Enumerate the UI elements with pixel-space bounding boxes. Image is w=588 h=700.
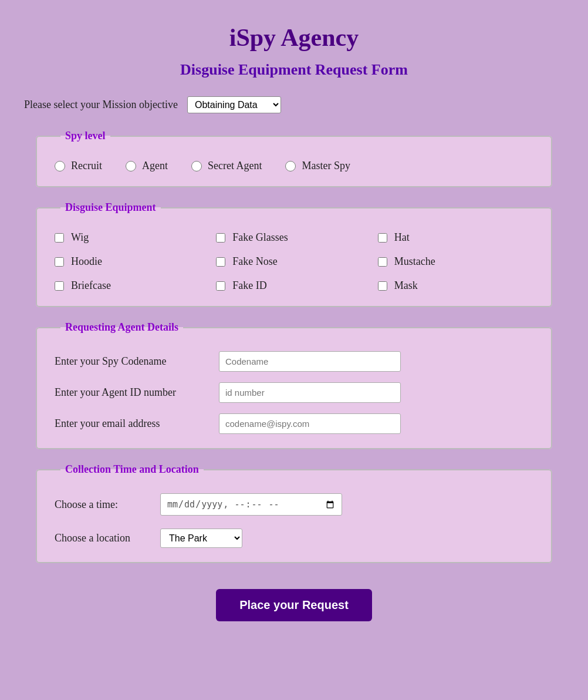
radio-master-spy-label: Master Spy: [302, 160, 350, 172]
agent-details-legend: Requesting Agent Details: [60, 321, 183, 334]
disguise-equipment-fieldset: Disguise Equipment Wig Fake Glasses Hat …: [36, 201, 552, 307]
checkbox-fake-id-input[interactable]: [216, 281, 225, 291]
mission-row: Please select your Mission objective Obt…: [24, 96, 281, 113]
checkbox-mask-label: Mask: [394, 280, 418, 292]
location-label: Choose a location: [55, 532, 148, 544]
email-row: Enter your email address: [55, 413, 533, 434]
time-row: Choose a time:: [55, 493, 533, 516]
page-container: iSpy Agency Disguise Equipment Request F…: [12, 23, 576, 621]
checkbox-mask-input[interactable]: [378, 281, 387, 291]
checkbox-hoodie-label: Hoodie: [71, 255, 102, 268]
radio-recruit-input[interactable]: [55, 161, 65, 171]
checkbox-briefcase-label: Briefcase: [71, 280, 111, 292]
agent-details-fieldset: Requesting Agent Details Enter your Spy …: [36, 321, 552, 449]
checkbox-fake-glasses-input[interactable]: [216, 233, 225, 243]
disguise-equipment-legend: Disguise Equipment: [60, 201, 161, 214]
spy-level-row: Recruit Agent Secret Agent Master Spy: [55, 160, 533, 172]
spy-level-fieldset: Spy level Recruit Agent Secret Agent Mas…: [36, 130, 552, 187]
agent-id-row: Enter your Agent ID number: [55, 382, 533, 403]
agent-id-label: Enter your Agent ID number: [55, 386, 207, 399]
radio-agent[interactable]: Agent: [126, 160, 168, 172]
checkbox-hoodie[interactable]: Hoodie: [55, 255, 210, 268]
mission-select[interactable]: Obtaining Data Surveillance Infiltration…: [187, 96, 281, 113]
checkbox-mask[interactable]: Mask: [378, 280, 533, 292]
radio-agent-label: Agent: [142, 160, 168, 172]
agent-details-grid: Enter your Spy Codename Enter your Agent…: [55, 351, 533, 434]
checkbox-hat-input[interactable]: [378, 233, 387, 243]
equipment-grid: Wig Fake Glasses Hat Hoodie Fake Nose Mu…: [55, 231, 533, 292]
checkbox-wig-input[interactable]: [55, 233, 64, 243]
time-label: Choose a time:: [55, 499, 148, 511]
checkbox-fake-nose-input[interactable]: [216, 257, 225, 267]
checkbox-wig-label: Wig: [71, 231, 89, 244]
checkbox-mustache[interactable]: Mustache: [378, 255, 533, 268]
radio-master-spy-input[interactable]: [285, 161, 296, 171]
radio-secret-agent-input[interactable]: [191, 161, 202, 171]
checkbox-mustache-label: Mustache: [394, 255, 435, 268]
location-row: Choose a location The Park The Café The …: [55, 529, 533, 548]
checkbox-briefcase[interactable]: Briefcase: [55, 280, 210, 292]
email-label: Enter your email address: [55, 418, 207, 430]
page-title: iSpy Agency: [229, 23, 359, 52]
page-subtitle: Disguise Equipment Request Form: [180, 61, 408, 79]
checkbox-wig[interactable]: Wig: [55, 231, 210, 244]
collection-grid: Choose a time: Choose a location The Par…: [55, 493, 533, 548]
collection-fieldset: Collection Time and Location Choose a ti…: [36, 463, 552, 563]
agent-id-input[interactable]: [219, 382, 401, 403]
checkbox-fake-nose[interactable]: Fake Nose: [216, 255, 371, 268]
radio-recruit-label: Recruit: [71, 160, 102, 172]
codename-label: Enter your Spy Codename: [55, 355, 207, 368]
checkbox-fake-glasses-label: Fake Glasses: [232, 231, 288, 244]
checkbox-briefcase-input[interactable]: [55, 281, 64, 291]
radio-secret-agent-label: Secret Agent: [208, 160, 262, 172]
email-input[interactable]: [219, 413, 401, 434]
mission-label: Please select your Mission objective: [24, 99, 178, 111]
spy-level-legend: Spy level: [60, 130, 110, 142]
checkbox-hat-label: Hat: [394, 231, 410, 244]
radio-secret-agent[interactable]: Secret Agent: [191, 160, 262, 172]
location-select[interactable]: The Park The Café The Library HQ: [160, 529, 242, 548]
radio-agent-input[interactable]: [126, 161, 136, 171]
checkbox-fake-glasses[interactable]: Fake Glasses: [216, 231, 371, 244]
checkbox-hoodie-input[interactable]: [55, 257, 64, 267]
submit-button[interactable]: Place your Request: [216, 589, 372, 621]
checkbox-mustache-input[interactable]: [378, 257, 387, 267]
checkbox-hat[interactable]: Hat: [378, 231, 533, 244]
checkbox-fake-id-label: Fake ID: [232, 280, 266, 292]
codename-row: Enter your Spy Codename: [55, 351, 533, 372]
checkbox-fake-id[interactable]: Fake ID: [216, 280, 371, 292]
codename-input[interactable]: [219, 351, 401, 372]
radio-recruit[interactable]: Recruit: [55, 160, 102, 172]
collection-legend: Collection Time and Location: [60, 463, 204, 476]
checkbox-fake-nose-label: Fake Nose: [232, 255, 277, 268]
datetime-input[interactable]: [160, 493, 342, 516]
radio-master-spy[interactable]: Master Spy: [285, 160, 350, 172]
